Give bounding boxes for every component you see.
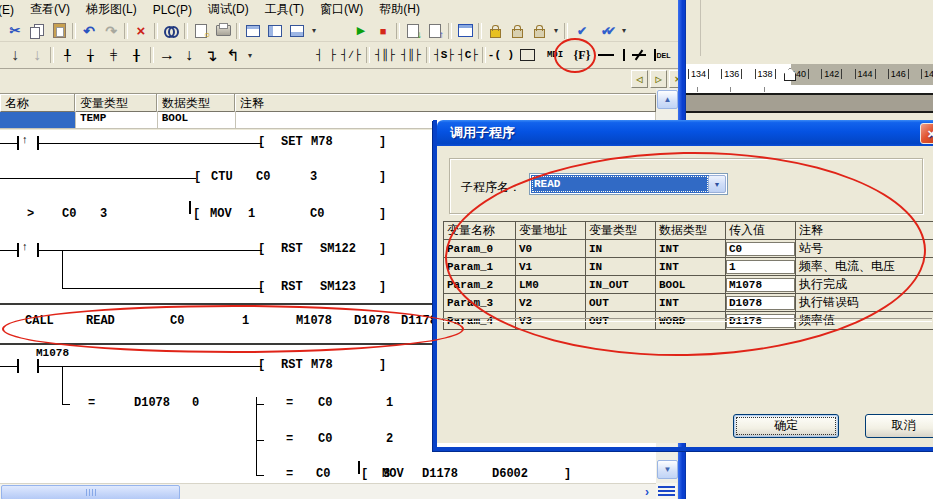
run-button[interactable]: ▶: [350, 21, 372, 40]
operand[interactable]: C0: [62, 207, 76, 221]
instruction[interactable]: RST: [281, 280, 303, 294]
cut-button[interactable]: ✂: [4, 21, 26, 40]
data-type-cell[interactable]: BOOL: [158, 112, 236, 129]
upload-button[interactable]: ↑: [424, 21, 446, 40]
scroll-down-button[interactable]: ▼: [657, 460, 678, 479]
scroll-up-button[interactable]: ▲: [657, 90, 678, 109]
operand[interactable]: C0: [310, 207, 324, 221]
dialog-titlebar[interactable]: 调用子程序 ✕: [437, 120, 933, 146]
junction-3-button[interactable]: ╪: [102, 46, 125, 65]
instruction[interactable]: RST: [281, 242, 303, 256]
redo-button[interactable]: ↷: [100, 21, 122, 40]
param-value-input[interactable]: D1078: [726, 296, 795, 310]
line-right-button[interactable]: →: [156, 46, 178, 65]
compile-button[interactable]: ✔: [570, 21, 594, 40]
scroll-right-button[interactable]: ›: [639, 485, 655, 499]
set-coil-button[interactable]: ┤S├: [432, 46, 456, 65]
delete-button[interactable]: ×: [130, 21, 152, 40]
operand[interactable]: 1: [248, 207, 255, 221]
operand[interactable]: D6002: [492, 467, 528, 481]
count-button[interactable]: ┤C├: [456, 46, 480, 65]
call-param[interactable]: D1078: [354, 314, 390, 328]
instruction[interactable]: SET: [281, 135, 303, 149]
compare-op[interactable]: =: [286, 396, 293, 410]
copy-button[interactable]: [26, 21, 48, 40]
resize-grip[interactable]: [656, 483, 677, 499]
junction-2-button[interactable]: ╁: [79, 46, 102, 65]
menu-item-6[interactable]: 窗口(W): [312, 0, 371, 20]
lock-key-button[interactable]: [528, 21, 550, 40]
column-header[interactable]: 变量类型: [75, 94, 157, 112]
contact-label[interactable]: M1078: [36, 347, 69, 359]
param-row[interactable]: Param_2LM0IN_OUTBOOLM1078执行完成: [444, 276, 933, 294]
compare-op[interactable]: =: [286, 467, 293, 481]
find-button[interactable]: [160, 21, 182, 40]
print-button[interactable]: [212, 21, 234, 40]
lock-partial-button[interactable]: [506, 21, 528, 40]
instruction[interactable]: RST: [281, 358, 303, 372]
horizontal-scrollbar[interactable]: ›: [0, 483, 656, 499]
line-down-button[interactable]: ↓: [178, 46, 200, 65]
line-dropdown[interactable]: ▾: [244, 46, 256, 65]
line-corner-up-button[interactable]: ↰: [222, 46, 244, 65]
call-param[interactable]: D1178: [401, 314, 437, 328]
break-line-button[interactable]: [630, 46, 648, 65]
instruction[interactable]: MOV: [382, 467, 404, 481]
paste-button[interactable]: [48, 21, 70, 40]
combobox-dropdown-button[interactable]: ▼: [708, 175, 726, 193]
param-value-input[interactable]: M1078: [726, 278, 795, 292]
call-instruction[interactable]: CALL: [25, 314, 54, 328]
operand[interactable]: C0: [318, 396, 332, 410]
view-layout2-button[interactable]: [264, 21, 286, 40]
tab-prev-button[interactable]: ◁: [631, 70, 648, 88]
mdi-button[interactable]: MDI: [540, 46, 570, 65]
delete-line-button[interactable]: DEL: [648, 46, 676, 65]
menu-item-0[interactable]: (E): [0, 1, 22, 19]
coil-button[interactable]: -( ): [488, 46, 514, 65]
view-layout1-button[interactable]: [242, 21, 264, 40]
contact-no-button[interactable]: ┤ ├: [314, 46, 338, 65]
menu-item-1[interactable]: 查看(V): [22, 0, 78, 20]
operand[interactable]: SM123: [320, 280, 356, 294]
tab-next-button[interactable]: ▷: [650, 70, 667, 88]
operand[interactable]: 3: [310, 170, 317, 184]
instruction[interactable]: CTU: [211, 170, 233, 184]
instruction[interactable]: MOV: [210, 207, 232, 221]
lock-button[interactable]: [484, 21, 506, 40]
menu-item-2[interactable]: 梯形图(L): [78, 0, 145, 20]
hline-button[interactable]: [594, 46, 618, 65]
menu-item-7[interactable]: 帮助(H): [371, 0, 428, 20]
selected-name-cell[interactable]: [0, 112, 76, 129]
column-header[interactable]: 名称: [0, 94, 75, 112]
subroutine-name[interactable]: READ: [86, 314, 115, 328]
contact-immediate-nc-button[interactable]: ┤║├: [398, 46, 424, 65]
network-down-button[interactable]: ↓: [4, 46, 26, 65]
line-corner-down-button[interactable]: ↴: [200, 46, 222, 65]
network-down-alt-button[interactable]: ↓: [26, 46, 48, 65]
mdi-window-button[interactable]: [454, 21, 476, 40]
menu-item-3[interactable]: PLC(P): [145, 1, 200, 19]
operand[interactable]: 0: [192, 396, 199, 410]
subroutine-combobox[interactable]: READ ▼: [529, 173, 728, 195]
operand[interactable]: C0: [256, 170, 270, 184]
param-row[interactable]: Param_0V0ININTC0站号: [444, 240, 933, 258]
box-instruction-button[interactable]: [514, 46, 540, 65]
function-button[interactable]: {F}: [570, 46, 594, 65]
param-value-input[interactable]: 1: [726, 260, 795, 274]
compare-op[interactable]: >: [27, 207, 34, 221]
param-row[interactable]: Param_1V1ININT1频率、电流、电压: [444, 258, 933, 276]
junction-4-button[interactable]: ╂: [125, 46, 148, 65]
print-preview-button[interactable]: ○: [190, 21, 212, 40]
operand[interactable]: M78: [311, 135, 333, 149]
call-param[interactable]: C0: [170, 314, 184, 328]
view-layout3-button[interactable]: [286, 21, 308, 40]
scrollbar-thumb[interactable]: [1, 485, 180, 499]
operand[interactable]: D1178: [422, 467, 458, 481]
operand[interactable]: C0: [318, 432, 332, 446]
compare-op[interactable]: =: [286, 432, 293, 446]
column-header[interactable]: 注释: [235, 94, 656, 112]
compare-op[interactable]: =: [88, 396, 95, 410]
operand[interactable]: C0: [316, 467, 330, 481]
ok-button[interactable]: 确定: [733, 414, 839, 438]
download-button[interactable]: ↓: [402, 21, 424, 40]
